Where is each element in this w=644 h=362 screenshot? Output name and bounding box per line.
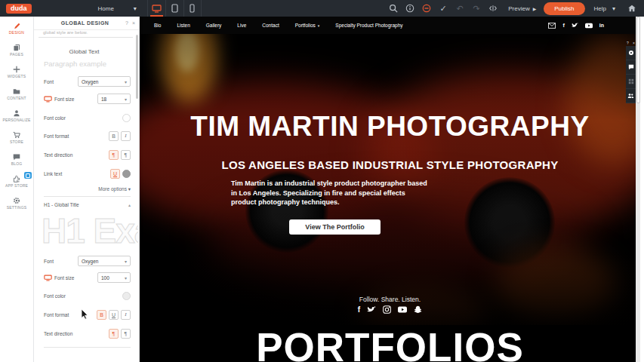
bold-button[interactable]: B: [97, 310, 106, 320]
text-direction-label: Text direction: [44, 331, 72, 336]
snapchat-icon[interactable]: [414, 305, 422, 314]
sidebar-item-app-store[interactable]: APP STORE: [0, 171, 33, 192]
tablet-view-button[interactable]: [165, 0, 183, 17]
paragraph-font-select[interactable]: Oxygen ▾: [78, 76, 131, 87]
nav-link-live[interactable]: Live: [237, 23, 246, 28]
sidebar-item-design[interactable]: DESIGN: [0, 18, 33, 38]
search-icon[interactable]: [386, 1, 401, 16]
text-direction-rtl-button[interactable]: ¶: [121, 150, 131, 160]
font-label: Font: [44, 79, 54, 84]
h1-font-color-row: Font color: [44, 290, 131, 302]
link-underline-button[interactable]: U: [110, 169, 120, 179]
facebook-icon[interactable]: f: [562, 23, 564, 28]
chevron-down-icon: ▾: [134, 5, 137, 12]
hero-description: Tim Martin is an industrial style produc…: [231, 179, 427, 207]
rail-close-icon[interactable]: ×: [633, 41, 635, 45]
home-icon[interactable]: [624, 1, 639, 16]
mobile-view-button[interactable]: [183, 0, 202, 17]
text-direction-label: Text direction: [44, 152, 72, 158]
nav-link-contact[interactable]: Contact: [262, 23, 279, 28]
publish-button[interactable]: Publish: [544, 2, 584, 15]
folder-icon: [13, 87, 20, 95]
gear-icon: [13, 197, 20, 204]
linkedin-icon[interactable]: in: [599, 23, 604, 28]
nav-link-gallery[interactable]: Gallery: [206, 23, 222, 28]
help-button[interactable]: Help ▾: [594, 5, 615, 12]
view-portfolio-button[interactable]: View The Portfolio: [289, 219, 381, 235]
sidebar-item-label: PERSONALIZE: [2, 118, 30, 122]
person-icon: [13, 109, 20, 117]
info-icon[interactable]: [402, 1, 418, 16]
desktop-view-button[interactable]: [147, 0, 165, 17]
text-direction-rtl-button[interactable]: ¶: [121, 329, 131, 339]
youtube-icon[interactable]: [398, 306, 407, 313]
nav-link-specialty[interactable]: Specialty Product Photography: [335, 23, 402, 28]
hero-subtitle: LOS ANGELES BASED INDUSTRIAL STYLE PHOTO…: [140, 158, 640, 171]
comments-icon[interactable]: [626, 60, 636, 75]
design-brush-icon: [13, 22, 20, 29]
link-color-swatch[interactable]: [122, 170, 131, 178]
h1-font-color-swatch[interactable]: [122, 292, 131, 300]
bold-button[interactable]: B: [109, 131, 119, 141]
speech-bubble-icon: [13, 153, 20, 161]
team-icon[interactable]: [626, 89, 636, 103]
sidebar-item-settings[interactable]: SETTINGS: [0, 193, 33, 213]
redo-icon[interactable]: ↷: [469, 1, 484, 16]
hero-social-icons: f: [140, 305, 640, 314]
preview-scrollbar-thumb[interactable]: [636, 17, 640, 103]
nav-link-bio[interactable]: Bio: [154, 23, 161, 28]
sidebar-item-pages[interactable]: PAGES: [0, 40, 33, 60]
status-icon[interactable]: [419, 1, 434, 16]
facebook-icon[interactable]: f: [358, 305, 360, 314]
undo-icon[interactable]: ↶: [452, 1, 467, 16]
instagram-icon[interactable]: [383, 305, 391, 314]
twitter-icon[interactable]: [572, 23, 578, 29]
underline-button[interactable]: U: [109, 310, 119, 320]
mobile-icon: [190, 4, 195, 13]
duda-logo[interactable]: duda: [6, 4, 32, 14]
h1-section-label: H1 - Global Title: [44, 202, 79, 207]
global-text-heading: Global Text: [34, 48, 134, 55]
panel-help-icon[interactable]: ?: [125, 20, 132, 26]
h1-section-header[interactable]: H1 - Global Title ▴: [44, 202, 131, 207]
panel-scrollbar-thumb[interactable]: [136, 35, 138, 99]
mail-icon[interactable]: [548, 23, 556, 29]
italic-button[interactable]: I: [121, 131, 131, 141]
nav-link-portfolios[interactable]: Portfolios ▾: [295, 23, 320, 28]
preview-scrollbar[interactable]: [636, 17, 640, 362]
layers-icon[interactable]: [626, 75, 636, 89]
youtube-icon[interactable]: [585, 23, 593, 29]
h1-style-preview: H1 Exa: [42, 210, 138, 252]
target-icon[interactable]: [626, 46, 636, 60]
page-selector[interactable]: Home ▾: [98, 5, 137, 12]
sidebar-item-label: DESIGN: [9, 30, 24, 35]
h1-font-select[interactable]: Oxygen ▾: [78, 256, 131, 266]
sidebar-item-widgets[interactable]: WIDGETS: [0, 62, 33, 82]
sidebar-item-store[interactable]: STORE: [0, 127, 33, 148]
dev-mode-icon[interactable]: [485, 1, 501, 16]
h1-font-size-select[interactable]: 100 ▾: [97, 272, 131, 283]
preview-button[interactable]: Preview ▶: [508, 5, 536, 12]
check-icon[interactable]: ✓: [436, 1, 451, 16]
sidebar-item-personalize[interactable]: PERSONALIZE: [0, 106, 33, 126]
more-options-link[interactable]: More options ▾: [98, 186, 131, 192]
panel-close-icon[interactable]: ×: [132, 20, 139, 26]
rail-help-icon[interactable]: ?: [627, 41, 629, 45]
paragraph-text-direction-row: Text direction ¶ ¶: [44, 149, 131, 161]
text-direction-ltr-button[interactable]: ¶: [109, 150, 119, 160]
paragraph-font-size-row: Font size 18 ▾: [44, 93, 131, 105]
twitter-icon[interactable]: [367, 306, 376, 314]
paragraph-font-size-select[interactable]: 18 ▾: [97, 94, 131, 104]
paragraph-font-row: Font Oxygen ▾: [44, 75, 131, 87]
text-direction-ltr-button[interactable]: ¶: [109, 329, 119, 339]
panel-scrolled-text: global style are below.: [39, 30, 133, 38]
sidebar-item-blog[interactable]: BLOG: [0, 149, 33, 170]
panel-divider: [44, 347, 131, 348]
play-icon: ▶: [533, 6, 537, 11]
paragraph-font-format-row: Font format B I: [44, 130, 131, 142]
sidebar-item-content[interactable]: CONTENT: [0, 84, 33, 104]
paragraph-font-color-row: Font color: [44, 112, 131, 124]
italic-button[interactable]: I: [121, 310, 131, 320]
paragraph-font-color-swatch[interactable]: [122, 114, 131, 122]
nav-link-listen[interactable]: Listen: [177, 23, 190, 28]
